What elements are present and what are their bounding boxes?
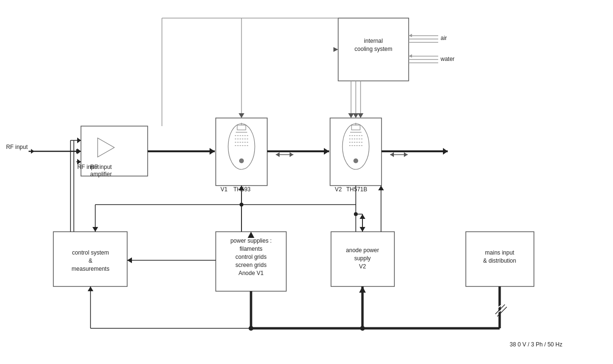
control-label1: control system [72,249,109,256]
ps-ctrl-arrow [127,257,132,263]
anode-label1: anode power [346,247,379,254]
bidir-arrow-left [276,152,280,157]
air-label: air [441,35,447,41]
mains-label2: & distribution [483,257,516,264]
ctrl-amp-arrow [77,138,81,143]
anode-label3: V2 [359,263,366,270]
ps-label1: power supplies : [231,237,272,244]
v2-type: TH571B [346,186,367,193]
water-label: water [440,56,454,62]
ctrl-bottom-arrow [88,286,93,291]
v1-cathode [239,158,244,163]
bidir2-arrow-right [404,152,408,157]
v1-label: V1 [221,186,228,193]
v2-output-arrow [443,148,448,155]
air-arrow [409,34,412,37]
cool-v2-arrow2 [353,113,359,118]
v2-ctrl-arrow [378,186,384,190]
water-arrow [409,54,412,58]
to-cooling-arrow [333,47,338,52]
anode-up-arrow [359,286,366,293]
cool-v2-arrow3 [358,113,363,118]
cool-v2-arrow1 [348,113,354,118]
bidir-arrow-right [290,152,293,157]
anode-junction [360,326,365,331]
anode-label2: supply [354,255,371,262]
ps-label4: screen grids [235,262,266,268]
control-label3: measurements [71,266,109,272]
ps-label2: filaments [240,246,262,252]
ps-label5: Anode V1 [239,270,264,276]
cooling-label2: cooling system [354,46,392,52]
rf-amp-label3: amplifier [90,171,111,177]
cooling-label1: internal [364,38,382,44]
control-label2: & [89,257,92,264]
v2-label: V2 [335,186,342,193]
mains-label1: mains input [485,249,514,256]
bidir2-arrow-left [390,152,394,157]
rf-input-arrow2 [31,149,34,154]
amp-to-v1-arrow [210,148,215,155]
v2-cathode [353,158,358,163]
cooling-v1-arrow [239,113,244,118]
rf-input-label: RF input [6,144,28,150]
anode-v2-arrow [360,214,365,219]
to-control-arrow [92,227,98,232]
v1-to-v2-arrow [324,148,329,155]
ps-label3: control grids [235,254,266,260]
block-diagram: RF input RF input amplifier V1 TH593 V2 … [0,0,613,364]
ctrl-amp-arrow2 [77,148,81,154]
rf-amp-label2: RF input [90,164,112,170]
voltage-label: 38 0 V / 3 Ph / 50 Hz [510,341,563,348]
